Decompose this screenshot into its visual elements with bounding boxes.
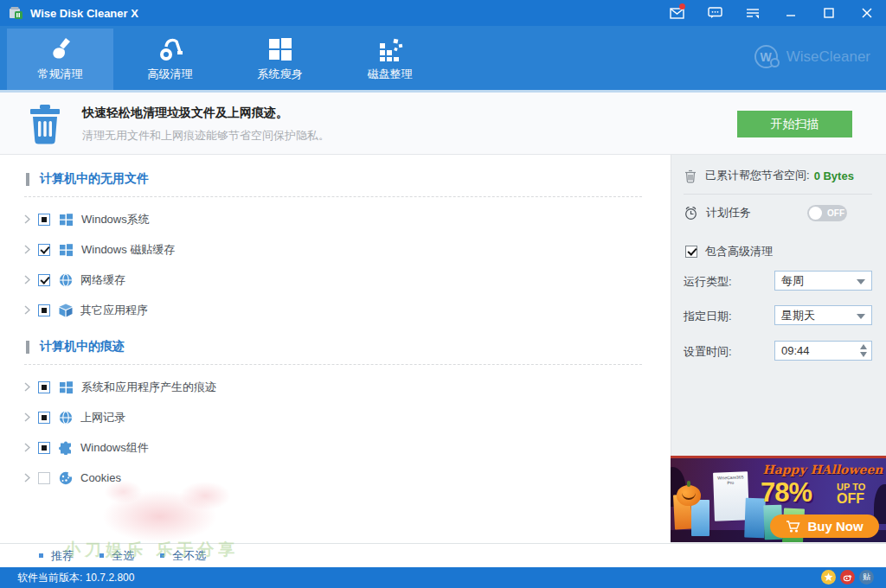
halloween-promo-banner[interactable]: WiseCare365 Pro Happy HAlloween 78% UP T… — [671, 456, 886, 542]
run-type-select[interactable]: 每周 — [774, 271, 872, 291]
day-label: 指定日期: — [684, 309, 732, 324]
menu-list-icon[interactable] — [734, 0, 772, 26]
tree-row-label: 其它应用程序 — [80, 303, 148, 318]
spin-up-icon[interactable] — [860, 344, 867, 349]
tree-row-windows-tile-cache[interactable]: Windows 磁贴缓存 — [24, 234, 630, 265]
app-icon — [9, 6, 23, 20]
cookie-icon — [59, 471, 73, 485]
version-label: 软件当前版本: — [17, 571, 82, 585]
product-box-label: WiseCare365 Pro — [717, 474, 743, 485]
include-advanced-row[interactable]: 包含高级清理 — [685, 244, 773, 259]
header-subtitle: 清理无用文件和上网痕迹能够节省空间保护隐私。 — [82, 128, 330, 144]
time-spinner[interactable]: 09:44 — [774, 341, 872, 361]
start-scan-button[interactable]: 开始扫描 — [737, 111, 852, 137]
spinner-arrows[interactable] — [860, 344, 867, 357]
checkbox[interactable] — [38, 274, 50, 286]
tab-general-clean[interactable]: 常规清理 — [7, 29, 113, 90]
schedule-label: 计划任务 — [706, 205, 751, 220]
window-title: Wise Disk Cleaner X — [30, 7, 138, 20]
checkbox[interactable] — [685, 246, 697, 258]
share-icons: 贴 — [821, 570, 874, 585]
tieba-icon[interactable]: 贴 — [859, 570, 874, 585]
version-value: 10.7.2.800 — [86, 572, 135, 584]
cart-icon — [786, 520, 801, 534]
close-icon[interactable] — [848, 0, 886, 26]
include-advanced-label: 包含高级清理 — [705, 244, 773, 259]
toggle-state-label: OFF — [827, 208, 844, 218]
tab-label: 磁盘整理 — [368, 67, 413, 82]
chevron-right-icon[interactable] — [24, 305, 30, 315]
qq-star-icon[interactable] — [821, 570, 836, 585]
checkbox[interactable] — [38, 442, 50, 454]
chevron-right-icon[interactable] — [24, 412, 30, 422]
feedback-chat-icon[interactable] — [696, 0, 734, 26]
chevron-right-icon[interactable] — [24, 275, 30, 284]
notification-badge — [679, 3, 685, 10]
buy-now-button[interactable]: Buy Now — [770, 514, 879, 538]
chevron-right-icon[interactable] — [24, 443, 30, 452]
tree-row-label: Windows系统 — [81, 212, 150, 227]
checkbox[interactable] — [38, 214, 50, 226]
tree-row-system-app-traces[interactable]: 系统和应用程序产生的痕迹 — [24, 372, 630, 402]
maximize-icon[interactable] — [810, 0, 848, 26]
tree-row-windows-components[interactable]: Windows组件 — [24, 432, 630, 463]
page-header: 快速轻松地清理垃圾文件及上网痕迹。 清理无用文件和上网痕迹能够节省空间保护隐私。… — [0, 93, 886, 155]
bullet-icon — [39, 553, 43, 558]
section-title: 计算机中的无用文件 — [40, 171, 149, 187]
saved-space-row: 已累计帮您节省空间: 0 Bytes — [684, 163, 874, 189]
trash-icon — [24, 103, 66, 146]
time-value: 09:44 — [781, 344, 810, 357]
tab-system-slim[interactable]: 系统瘦身 — [227, 29, 333, 90]
checkbox[interactable] — [38, 472, 50, 484]
titlebar: Wise Disk Cleaner X — [0, 0, 886, 26]
tab-advanced-clean[interactable]: 高级清理 — [117, 29, 223, 90]
header-title: 快速轻松地清理垃圾文件及上网痕迹。 — [82, 105, 288, 121]
brush-icon — [47, 36, 74, 62]
status-bar: 软件当前版本: 10.7.2.800 贴 — [0, 567, 886, 588]
notification-mail-icon[interactable] — [658, 0, 696, 26]
time-label: 设置时间: — [684, 344, 732, 360]
link-recommended[interactable]: 推荐 — [39, 548, 74, 564]
chevron-right-icon[interactable] — [24, 245, 30, 254]
run-type-value: 每周 — [781, 273, 804, 289]
globe-icon — [59, 273, 73, 287]
ad-discount: 78% — [761, 477, 812, 508]
tree-row-browsing-history[interactable]: 上网记录 — [24, 402, 630, 432]
vacuum-icon — [156, 36, 185, 62]
saved-space-value: 0 Bytes — [814, 169, 854, 182]
day-select[interactable]: 星期天 — [774, 305, 872, 325]
checkbox[interactable] — [38, 304, 50, 316]
nav-bar: 常规清理 高级清理 系统瘦身 磁盘整理 W WiseCleaner — [0, 26, 886, 90]
link-label: 全不选 — [172, 548, 206, 564]
checkbox[interactable] — [38, 381, 50, 393]
wisecleaner-logo-icon: W — [754, 45, 778, 68]
tab-disk-defrag[interactable]: 磁盘整理 — [337, 29, 443, 90]
tree-row-label: Windows 磁贴缓存 — [81, 242, 175, 258]
cleanup-tree-panel: 计算机中的无用文件 Windows系统 Windows 磁贴缓存 网络缓存 其它… — [0, 155, 671, 543]
chevron-right-icon[interactable] — [24, 473, 30, 483]
section-bar — [26, 341, 29, 354]
weibo-icon[interactable] — [840, 570, 855, 585]
link-select-none[interactable]: 全不选 — [160, 548, 206, 564]
chevron-right-icon[interactable] — [24, 382, 30, 392]
ad-off: OFF — [837, 491, 864, 507]
tree-row-cookies[interactable]: Cookies — [24, 463, 630, 493]
spin-down-icon[interactable] — [860, 352, 867, 357]
wise-disk-cleaner-window: Wise Disk Cleaner X — [0, 0, 886, 588]
minimize-icon[interactable] — [772, 0, 810, 26]
tree-row-network-cache[interactable]: 网络缓存 — [24, 265, 630, 295]
tree-row-label: Windows组件 — [80, 440, 149, 456]
checkbox[interactable] — [38, 412, 50, 424]
schedule-toggle[interactable]: OFF — [807, 205, 847, 221]
bullet-icon — [160, 553, 164, 558]
windows-logo-icon — [59, 380, 74, 394]
tree-row-label: 系统和应用程序产生的痕迹 — [81, 380, 216, 395]
link-select-all[interactable]: 全选 — [100, 548, 134, 564]
tree-row-label: 上网记录 — [80, 410, 125, 425]
checkbox[interactable] — [38, 244, 50, 256]
chevron-right-icon[interactable] — [24, 214, 30, 224]
tree-row-other-apps[interactable]: 其它应用程序 — [24, 295, 630, 325]
product-box — [691, 500, 709, 536]
tree-row-windows-system[interactable]: Windows系统 — [24, 204, 630, 234]
package-icon — [59, 304, 73, 317]
